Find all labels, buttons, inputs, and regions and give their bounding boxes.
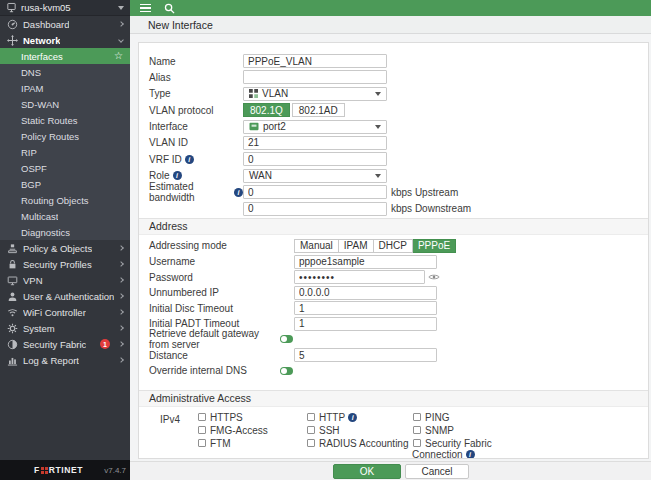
estimated-bandwidth-downstream-unit-label: kbps Downstream: [391, 203, 471, 214]
initial-disc-timeout-field: [294, 301, 437, 315]
sidebar-subitem-label: DNS: [21, 67, 41, 78]
addressing-mode-option-pppoe[interactable]: PPPoE: [413, 239, 456, 253]
sidebar-item-system[interactable]: System: [0, 320, 130, 336]
sidebar-item-vpn[interactable]: VPN: [0, 272, 130, 288]
field-label: Retrieve default gateway from server: [149, 328, 280, 350]
sidebar-item-diagnostics[interactable]: Diagnostics: [0, 224, 130, 240]
sidebar-item-interfaces[interactable]: Interfaces☆: [0, 48, 130, 64]
search-icon[interactable]: [164, 3, 175, 14]
field-label-text: Retrieve default gateway from server: [149, 328, 280, 350]
field-label-text: Override internal DNS: [149, 365, 247, 376]
field-label: Type: [149, 88, 243, 99]
role-select[interactable]: WAN: [243, 169, 387, 183]
sidebar-item-dns[interactable]: DNS: [0, 64, 130, 80]
toggle-knob: [281, 336, 287, 342]
field-label-text: Alias: [149, 72, 171, 83]
sidebar-item-static-routes[interactable]: Static Routes: [0, 112, 130, 128]
ssh-checkbox[interactable]: [307, 426, 315, 434]
fmg-access-checkbox[interactable]: [198, 426, 206, 434]
unnumbered-ip-input[interactable]: [294, 286, 437, 300]
http-checkbox[interactable]: [307, 413, 315, 421]
field-label-text: VRF ID: [149, 154, 182, 165]
chevron-right-icon: [118, 341, 124, 347]
sidebar-item-user-authentication[interactable]: User & Authentication: [0, 288, 130, 304]
vlan-protocol-field: 802.1Q802.1AD: [243, 103, 387, 117]
snmp-checkbox[interactable]: [413, 426, 421, 434]
radius-accounting-checkbox[interactable]: [307, 439, 315, 447]
sidebar-item-label: Network: [23, 35, 60, 46]
field-label: Interface: [149, 121, 243, 132]
alias-input[interactable]: [243, 70, 387, 84]
ftm-checkbox[interactable]: [198, 439, 206, 447]
sidebar-item-security-fabric[interactable]: Security Fabric1: [0, 336, 130, 352]
sidebar-item-dashboard[interactable]: Dashboard: [0, 16, 130, 32]
distance-input[interactable]: [294, 348, 437, 362]
sidebar-item-label: User & Authentication: [23, 291, 114, 302]
ping-checkbox[interactable]: [413, 413, 421, 421]
sidebar-item-rip[interactable]: RIP: [0, 144, 130, 160]
interface-field: port2: [243, 120, 387, 134]
favorite-star-icon[interactable]: ☆: [114, 51, 123, 61]
sidebar-item-network[interactable]: Network: [0, 32, 130, 48]
fortinet-logo-suffix: RTINET: [49, 465, 83, 475]
vlan-protocol-option-802-1ad[interactable]: 802.1AD: [292, 103, 345, 117]
initial-disc-timeout-input[interactable]: [294, 301, 437, 315]
form-row-alias: Alias: [149, 70, 648, 84]
sidebar-subitem-label: Policy Routes: [21, 131, 79, 142]
sidebar-item-label: WiFi Controller: [23, 307, 86, 318]
vrf-id-input[interactable]: [243, 152, 387, 166]
estimated-bandwidth-upstream-input[interactable]: [243, 185, 387, 199]
field-label-text: Addressing mode: [149, 240, 227, 251]
https-checkbox[interactable]: [198, 413, 206, 421]
password-field: [294, 270, 437, 284]
estimated-bandwidth-downstream-input[interactable]: [243, 202, 387, 216]
show-password-icon[interactable]: [428, 273, 440, 281]
name-input[interactable]: [243, 54, 387, 68]
field-label-text: Role: [149, 170, 170, 181]
checkbox-label: PING: [425, 412, 449, 423]
distance-field: [294, 348, 437, 362]
checkbox-label-line2: Connectioni: [412, 449, 475, 459]
sidebar-item-multicast[interactable]: Multicast: [0, 208, 130, 224]
chevron-right-icon: [118, 357, 124, 363]
type-select[interactable]: VLAN: [243, 87, 387, 101]
cancel-button[interactable]: Cancel: [405, 464, 469, 479]
admin-access-section: IPv4 HTTPSFMG-AccessFTMHTTPiSSHRADIUS Ac…: [139, 407, 648, 459]
field-label-text: Estimated bandwidth: [149, 181, 231, 203]
ok-button[interactable]: OK: [333, 464, 401, 479]
firmware-version: v7.4.7: [104, 466, 126, 475]
sidebar-item-wifi-controller[interactable]: WiFi Controller: [0, 304, 130, 320]
sidebar-item-sd-wan[interactable]: SD-WAN: [0, 96, 130, 112]
sidebar-item-policy-objects[interactable]: Policy & Objects: [0, 240, 130, 256]
chevron-right-icon: [118, 277, 124, 283]
addressing-mode-option-ipam[interactable]: IPAM: [339, 239, 374, 253]
password-input[interactable]: [294, 270, 425, 284]
sidebar-item-label: Policy & Objects: [23, 243, 92, 254]
hostname-label: rusa-kvm05: [21, 2, 71, 13]
sidebar-item-ipam[interactable]: IPAM: [0, 80, 130, 96]
retrieve-default-gateway-toggle[interactable]: [280, 335, 293, 343]
field-label: Unnumbered IP: [149, 287, 294, 298]
sidebar-subitem-label: BGP: [21, 179, 41, 190]
sidebar-item-bgp[interactable]: BGP: [0, 176, 130, 192]
menu-toggle-icon[interactable]: [140, 4, 151, 13]
addressing-mode-option-manual[interactable]: Manual: [294, 239, 339, 253]
hostname-selector[interactable]: rusa-kvm05: [0, 0, 130, 16]
username-input[interactable]: [294, 255, 437, 269]
field-label-text: VLAN protocol: [149, 105, 213, 116]
vlan-id-input[interactable]: [243, 136, 387, 150]
sidebar-item-policy-routes[interactable]: Policy Routes: [0, 128, 130, 144]
sidebar-item-routing-objects[interactable]: Routing Objects: [0, 192, 130, 208]
addressing-mode-option-dhcp[interactable]: DHCP: [374, 239, 413, 253]
form-row-name: Name: [149, 54, 648, 68]
admin-access-column-1: HTTPSFMG-AccessFTM: [198, 412, 307, 459]
override-internal-dns-toggle[interactable]: [280, 367, 293, 375]
interface-select[interactable]: port2: [243, 120, 387, 134]
sidebar-item-log-report[interactable]: Log & Report: [0, 352, 130, 368]
form-row-type: TypeVLAN: [149, 87, 648, 101]
initial-padt-timeout-input[interactable]: [294, 317, 437, 331]
sidebar-item-ospf[interactable]: OSPF: [0, 160, 130, 176]
sidebar-item-security-profiles[interactable]: Security Profiles: [0, 256, 130, 272]
security-fabric-connection-checkbox[interactable]: [413, 439, 421, 447]
vlan-protocol-option-802-1q[interactable]: 802.1Q: [243, 103, 290, 117]
